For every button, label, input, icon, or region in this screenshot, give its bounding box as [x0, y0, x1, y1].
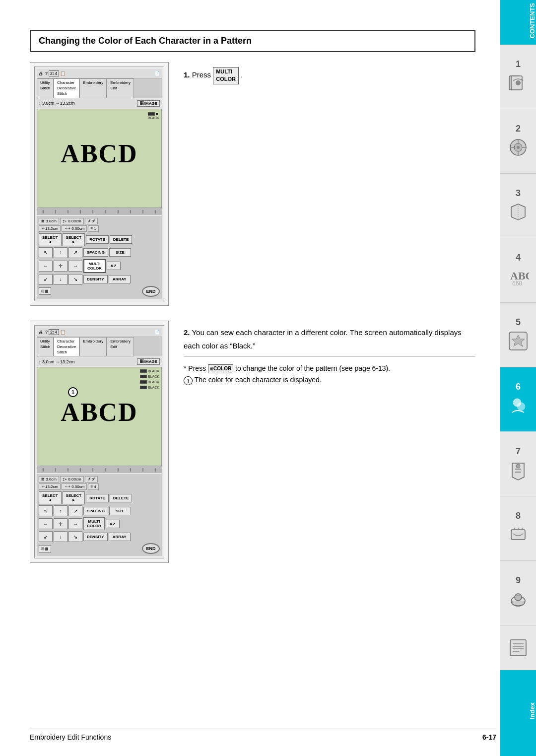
tab-utility[interactable]: UtilityStitch	[37, 78, 54, 98]
select-right-btn[interactable]: SELECT►	[63, 233, 85, 246]
step-1-press: Press	[192, 70, 211, 79]
page-number: 6-17	[482, 733, 496, 741]
tab-character[interactable]: CharacterDecorativeStitch	[54, 78, 79, 98]
tab-utility-2[interactable]: UtilityStitch	[37, 337, 54, 357]
end-btn-1[interactable]: END	[142, 286, 160, 297]
delete-btn[interactable]: DELETE	[110, 235, 133, 244]
sidebar-tab-ch5[interactable]: 5	[500, 303, 536, 367]
density-btn[interactable]: DENSITY	[83, 275, 108, 283]
size-row-1: ↕ 3.0cm ↔13.2cm 🖼 IMAGE	[37, 99, 162, 108]
size-btn-2[interactable]: SIZE	[109, 507, 131, 515]
note-suffix: to change the color of the pattern (see …	[235, 364, 390, 372]
nav-right[interactable]: →	[68, 261, 82, 272]
grid-btn-2[interactable]: ⊞▦	[39, 545, 51, 552]
grid-btn-1[interactable]: ⊞▦	[39, 287, 51, 295]
main-content: Changing the Color of Each Character in …	[0, 0, 500, 756]
svg-point-18	[515, 594, 522, 601]
sidebar-tab-ch4[interactable]: 4 ABC660	[500, 238, 536, 303]
nav-upleft-2[interactable]: ↖	[39, 505, 53, 516]
content-row-1: 🖨 ? 2↕4 📋 📄 UtilityStitch CharacterDecor…	[30, 62, 475, 306]
nav-up-2[interactable]: ↑	[54, 505, 67, 516]
select-right-btn-2[interactable]: SELECT►	[63, 491, 85, 504]
step-2-text: 2. You can sew each character in a diffe…	[184, 326, 475, 352]
content-row-2: 🖨 ? 2↕4 📋 📄 UtilityStitch CharacterDecor…	[30, 321, 475, 563]
note-press: Press	[188, 364, 208, 372]
screen-ui-2: 🖨 ? 2↕4 📋 📄 UtilityStitch CharacterDecor…	[34, 325, 164, 559]
sidebar-tab-ch2[interactable]: 2	[500, 109, 536, 174]
sidebar-tab-ch6[interactable]: 6	[500, 367, 536, 432]
nav-upleft[interactable]: ↖	[39, 247, 53, 258]
sidebar-tab-contents[interactable]: CONTENTS	[500, 0, 536, 45]
multi-color-btn-1[interactable]: MULTICOLOR	[83, 259, 106, 273]
spacing-btn[interactable]: SPACING	[83, 248, 108, 257]
note-circle-text: The color for each character is displaye…	[195, 376, 322, 384]
multi-color-btn-2[interactable]: MULTICOLOR	[83, 517, 105, 530]
screen-display-2: 1 BLACK BLACK BLACK	[37, 367, 162, 466]
size-btn[interactable]: SIZE	[109, 248, 131, 257]
svg-text:660: 660	[512, 280, 522, 287]
instructions-panel-2: 2. You can sew each character in a diffe…	[184, 321, 475, 563]
screen-bottom-1: ⊞▦ END	[39, 286, 160, 297]
array-btn[interactable]: ARRAY	[109, 275, 131, 283]
sidebar-tab-ch9[interactable]: 9	[500, 561, 536, 625]
sidebar-tab-notes[interactable]	[500, 625, 536, 670]
screen-panel-1: 🖨 ? 2↕4 📋 📄 UtilityStitch CharacterDecor…	[30, 62, 169, 306]
nav-upright[interactable]: ↗	[68, 247, 82, 258]
page-title: Changing the Color of Each Character in …	[39, 36, 467, 46]
circle-num-1: 1	[184, 376, 193, 385]
svg-point-14	[517, 403, 525, 411]
slant-btn[interactable]: A↗	[107, 262, 121, 270]
step-2-num: 2.	[184, 328, 190, 337]
controls-1: ⊠ 3.0cm ‡+ 0.00cm ↺ 0° ↔13.2cm ↔+ 0.00cm…	[37, 216, 162, 299]
step-1-period: .	[241, 70, 243, 79]
multi-color-inline-btn[interactable]: MULTICOLOR	[213, 67, 239, 84]
slant-btn-2[interactable]: A↗	[106, 520, 120, 528]
nav-center-2[interactable]: ✛	[54, 518, 67, 529]
abcd-display-2: ABCD	[61, 398, 137, 427]
rotate-btn[interactable]: ROTATE	[86, 235, 109, 244]
nav-up[interactable]: ↑	[54, 247, 67, 258]
image-btn-1[interactable]: 🖼 IMAGE	[137, 100, 160, 107]
nav-downleft[interactable]: ↙	[39, 274, 53, 285]
contents-label: CONTENTS	[529, 3, 536, 39]
nav-center[interactable]: ✛	[54, 261, 67, 272]
nav-left-2[interactable]: ←	[39, 518, 53, 529]
screen-ui-1: 🖨 ? 2↕4 📋 📄 UtilityStitch CharacterDecor…	[34, 67, 164, 301]
array-btn-2[interactable]: ARRAY	[109, 533, 131, 541]
instructions-panel-1: 1. Press MULTICOLOR .	[184, 62, 475, 306]
color-change-inline-btn[interactable]: ⊞COLOR	[208, 364, 233, 373]
rotate-btn-2[interactable]: ROTATE	[86, 494, 109, 502]
spacing-btn-2[interactable]: SPACING	[83, 507, 108, 515]
image-btn-2[interactable]: 🖼 IMAGE	[137, 358, 160, 365]
nav-downright[interactable]: ↘	[68, 274, 82, 285]
sidebar-tab-ch3[interactable]: 3	[500, 174, 536, 238]
tab-embroidery-edit-2[interactable]: EmbroideryEdit	[107, 337, 134, 357]
nav-downright-2[interactable]: ↘	[68, 531, 82, 542]
svg-point-5	[517, 146, 520, 149]
circle-callout-1: 1	[68, 387, 78, 397]
sidebar-tab-ch8[interactable]: 8	[500, 496, 536, 561]
tab-embroidery[interactable]: Embroidery	[79, 78, 107, 98]
sidebar-tab-index[interactable]: Index	[500, 670, 536, 756]
title-box: Changing the Color of Each Character in …	[30, 30, 475, 52]
nav-down[interactable]: ↓	[54, 274, 67, 285]
nav-down-2[interactable]: ↓	[54, 531, 67, 542]
select-left-btn[interactable]: SELECT◄	[39, 233, 62, 246]
tab-embroidery-2[interactable]: Embroidery	[79, 337, 107, 357]
note-area: * Press ⊞COLOR to change the color of th…	[184, 363, 475, 387]
delete-btn-2[interactable]: DELETE	[110, 494, 133, 502]
select-left-btn-2[interactable]: SELECT◄	[39, 491, 62, 504]
sidebar-tab-ch1[interactable]: 1	[500, 45, 536, 109]
tab-embroidery-edit[interactable]: EmbroideryEdit	[107, 78, 134, 98]
footer-title: Embroidery Edit Functions	[30, 733, 111, 741]
tab-character-2[interactable]: CharacterDecorativeStitch	[54, 337, 79, 357]
step-1-num: 1.	[184, 70, 190, 79]
nav-downleft-2[interactable]: ↙	[39, 531, 53, 542]
nav-left[interactable]: ←	[39, 261, 53, 272]
density-btn-2[interactable]: DENSITY	[83, 533, 108, 541]
nav-upright-2[interactable]: ↗	[68, 505, 82, 516]
ruler-2: ‖‖‖ ‖‖‖ ‖‖‖ ‖	[37, 466, 162, 473]
sidebar-tab-ch7[interactable]: 7	[500, 432, 536, 496]
end-btn-2[interactable]: END	[142, 543, 160, 554]
nav-right-2[interactable]: →	[68, 518, 82, 529]
